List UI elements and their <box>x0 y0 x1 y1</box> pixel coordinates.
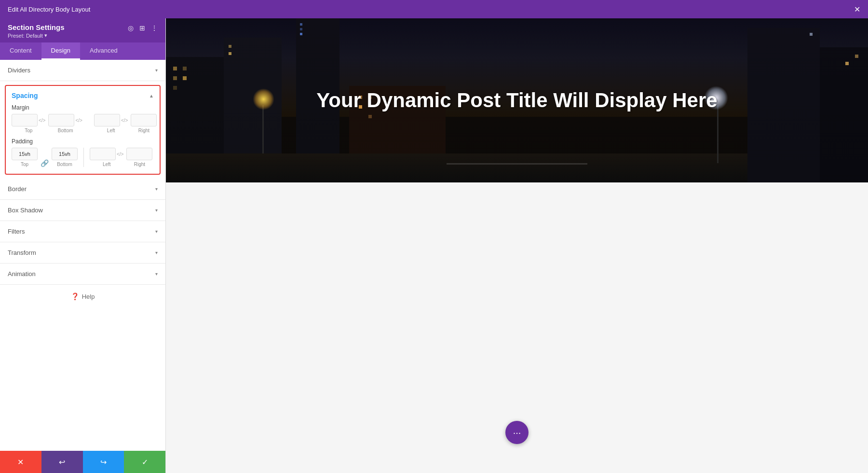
filters-chevron: ▾ <box>155 229 158 234</box>
tabs: Content Design Advanced <box>0 42 165 60</box>
animation-label: Animation <box>8 270 36 278</box>
box-shadow-label: Box Shadow <box>8 207 43 214</box>
padding-subsection: Padding Top 🔗 <box>6 136 160 170</box>
redo-button[interactable]: ↪ <box>83 451 124 473</box>
tab-design[interactable]: Design <box>41 42 80 60</box>
border-header[interactable]: Border ▾ <box>0 179 165 199</box>
margin-left-label: Left <box>107 128 115 133</box>
transform-label: Transform <box>8 249 36 256</box>
animation-section: Animation ▾ <box>0 264 165 285</box>
fab-button[interactable]: ··· <box>505 421 529 444</box>
right-content: Your Dynamic Post Title Will Display Her… <box>166 18 868 473</box>
main-layout: Section Settings Preset: Default ▾ ◎ ⊞ ⋮… <box>0 18 868 473</box>
help-icon: ❓ <box>71 292 79 300</box>
padding-top-label: Top <box>21 162 28 167</box>
transform-header[interactable]: Transform ▾ <box>0 242 165 263</box>
margin-top-input[interactable] <box>12 114 38 126</box>
transform-chevron: ▾ <box>155 250 158 255</box>
help-label: Help <box>82 293 95 300</box>
filters-header[interactable]: Filters ▾ <box>0 221 165 242</box>
footer-buttons: ✕ ↩ ↪ ✓ <box>0 451 165 473</box>
undo-button[interactable]: ↩ <box>41 451 83 473</box>
margin-right-wrapper: Right <box>131 114 157 133</box>
box-shadow-section: Box Shadow ▾ <box>0 200 165 221</box>
margin-top-label: Top <box>25 128 32 133</box>
padding-bottom-wrapper: Bottom <box>52 148 78 167</box>
section-preset: Preset: Default ▾ <box>8 32 65 39</box>
margin-bottom-label: Bottom <box>58 128 73 133</box>
padding-divider <box>83 148 84 167</box>
margin-bottom-input[interactable] <box>48 114 74 126</box>
dividers-chevron: ▾ <box>155 68 158 73</box>
title-bar: Edit All Directory Body Layout ✕ <box>0 0 868 18</box>
padding-top-wrapper: Top <box>12 148 38 167</box>
spacing-title: Spacing <box>12 92 38 99</box>
margin-left-input[interactable] <box>94 114 120 126</box>
border-chevron: ▾ <box>155 186 158 192</box>
close-button[interactable]: ✕ <box>854 5 860 14</box>
animation-chevron: ▾ <box>155 271 158 277</box>
margin-label: Margin <box>12 104 154 111</box>
margin-left-wrapper: </> Left <box>94 114 128 133</box>
padding-top-input[interactable] <box>12 148 38 160</box>
margin-subsection: Margin </> Top <box>6 102 160 136</box>
dividers-label: Dividers <box>8 67 30 74</box>
border-label: Border <box>8 185 27 193</box>
padding-label: Padding <box>12 138 154 145</box>
hero-title: Your Dynamic Post Title Will Display Her… <box>201 89 833 112</box>
tab-content[interactable]: Content <box>0 42 41 60</box>
grid-icon[interactable]: ⊞ <box>139 24 145 32</box>
dividers-header[interactable]: Dividers ▾ <box>0 60 165 81</box>
margin-left-dynamic-icon[interactable]: </> <box>121 118 128 123</box>
padding-left-dynamic-icon[interactable]: </> <box>117 152 123 157</box>
spacing-chevron: ▲ <box>149 93 154 98</box>
border-section: Border ▾ <box>0 179 165 200</box>
margin-bottom-wrapper: </> Bottom <box>48 114 82 133</box>
padding-right-label: Right <box>134 162 145 167</box>
panel-content: Dividers ▾ Spacing ▲ Margin <box>0 60 165 451</box>
section-header-icons: ◎ ⊞ ⋮ <box>128 24 158 32</box>
fab-icon: ··· <box>513 427 521 438</box>
box-shadow-header[interactable]: Box Shadow ▾ <box>0 200 165 221</box>
margin-row: </> Top </> Bottom <box>12 114 154 133</box>
save-button[interactable]: ✓ <box>124 451 165 473</box>
section-header: Section Settings Preset: Default ▾ ◎ ⊞ ⋮ <box>0 18 165 42</box>
padding-left-label: Left <box>103 162 111 167</box>
margin-right-input[interactable] <box>131 114 157 126</box>
padding-left-input[interactable] <box>90 148 116 160</box>
target-icon[interactable]: ◎ <box>128 24 134 32</box>
section-title: Section Settings <box>8 23 65 31</box>
help-row[interactable]: ❓ Help <box>0 285 165 308</box>
cancel-button[interactable]: ✕ <box>0 451 41 473</box>
padding-row: Top 🔗 Bottom <box>12 148 154 167</box>
padding-link-icon[interactable]: 🔗 <box>41 159 49 167</box>
section-header-left: Section Settings Preset: Default ▾ <box>8 23 65 39</box>
filters-label: Filters <box>8 228 25 235</box>
animation-header[interactable]: Animation ▾ <box>0 264 165 284</box>
more-icon[interactable]: ⋮ <box>151 24 158 32</box>
padding-bottom-label: Bottom <box>57 162 72 167</box>
box-shadow-chevron: ▾ <box>155 208 158 213</box>
dividers-section: Dividers ▾ <box>0 60 165 81</box>
padding-bottom-input[interactable] <box>52 148 78 160</box>
margin-right-label: Right <box>138 128 149 133</box>
spacing-section: Spacing ▲ Margin </> Top <box>5 85 161 175</box>
hero-section: Your Dynamic Post Title Will Display Her… <box>166 18 868 182</box>
padding-right-wrapper: Right <box>126 148 152 167</box>
margin-bottom-dynamic-icon[interactable]: </> <box>75 118 82 123</box>
left-panel: Section Settings Preset: Default ▾ ◎ ⊞ ⋮… <box>0 18 166 473</box>
margin-top-dynamic-icon[interactable]: </> <box>39 118 45 123</box>
tab-advanced[interactable]: Advanced <box>80 42 127 60</box>
margin-top-wrapper: </> Top <box>12 114 45 133</box>
padding-right-input[interactable] <box>126 148 152 160</box>
filters-section: Filters ▾ <box>0 221 165 242</box>
transform-section: Transform ▾ <box>0 242 165 264</box>
content-area: ··· <box>166 182 868 473</box>
title-bar-text: Edit All Directory Body Layout <box>8 6 90 13</box>
spacing-header[interactable]: Spacing ▲ <box>6 88 160 102</box>
padding-left-wrapper: </> Left <box>90 148 123 167</box>
